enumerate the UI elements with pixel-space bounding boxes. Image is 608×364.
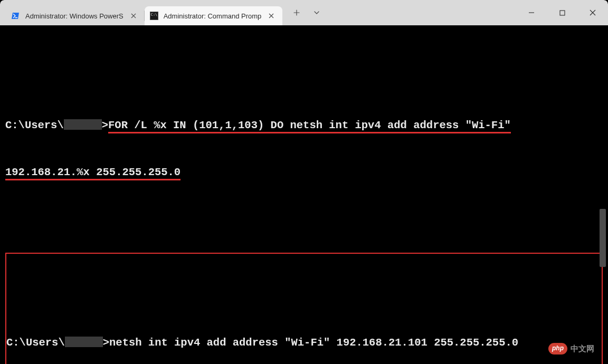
cmd-icon — [150, 12, 158, 20]
watermark-text: 中文网 — [571, 343, 594, 355]
prompt-suffix: > — [103, 337, 109, 349]
command-text: netsh int ipv4 add address "Wi-Fi" 192.1… — [109, 337, 518, 349]
command-text: FOR /L %x IN (101,1,103) DO netsh int ip… — [108, 119, 511, 133]
powershell-icon — [12, 12, 20, 20]
maximize-button[interactable] — [547, 0, 577, 25]
prompt-path: C:\Users\ — [6, 337, 65, 349]
terminal-viewport[interactable]: C:\Users\>FOR /L %x IN (101,1,103) DO ne… — [0, 25, 608, 364]
tab-actions — [282, 0, 329, 25]
terminal-block: C:\Users\>netsh int ipv4 add address "Wi… — [6, 304, 600, 364]
scrollbar[interactable] — [598, 51, 607, 364]
minimize-button[interactable] — [516, 0, 547, 25]
tab-close-button[interactable] — [129, 11, 138, 21]
tab-title: Administrator: Command Promp — [164, 12, 262, 20]
tab-strip: Administrator: Windows PowerS Administra… — [6, 0, 282, 25]
watermark: php 中文网 — [548, 343, 594, 355]
tab-powershell[interactable]: Administrator: Windows PowerS — [6, 6, 145, 25]
terminal-line: 192.168.21.%x 255.255.255.0 — [5, 165, 603, 180]
titlebar-drag-region[interactable] — [329, 0, 516, 25]
window-controls — [516, 0, 608, 25]
tab-title: Administrator: Windows PowerS — [25, 12, 124, 20]
tab-command-prompt[interactable]: Administrator: Command Promp — [145, 6, 283, 25]
watermark-badge: php — [548, 343, 567, 354]
close-button[interactable] — [577, 0, 608, 25]
redacted-username — [64, 119, 102, 130]
annotation-box: C:\Users\>netsh int ipv4 add address "Wi… — [5, 253, 603, 364]
command-text: 192.168.21.%x 255.255.255.0 — [5, 166, 180, 180]
redacted-username — [65, 337, 103, 347]
tab-dropdown-button[interactable] — [308, 4, 326, 21]
svg-rect-0 — [560, 11, 565, 15]
new-tab-button[interactable] — [288, 4, 306, 21]
terminal-line: C:\Users\>FOR /L %x IN (101,1,103) DO ne… — [5, 118, 603, 133]
prompt-suffix: > — [102, 119, 108, 131]
titlebar: Administrator: Windows PowerS Administra… — [0, 0, 608, 25]
terminal-line: C:\Users\>netsh int ipv4 add address "Wi… — [6, 335, 600, 351]
scrollbar-thumb[interactable] — [600, 209, 606, 267]
prompt-path: C:\Users\ — [5, 119, 64, 131]
tab-close-button[interactable] — [267, 11, 276, 21]
